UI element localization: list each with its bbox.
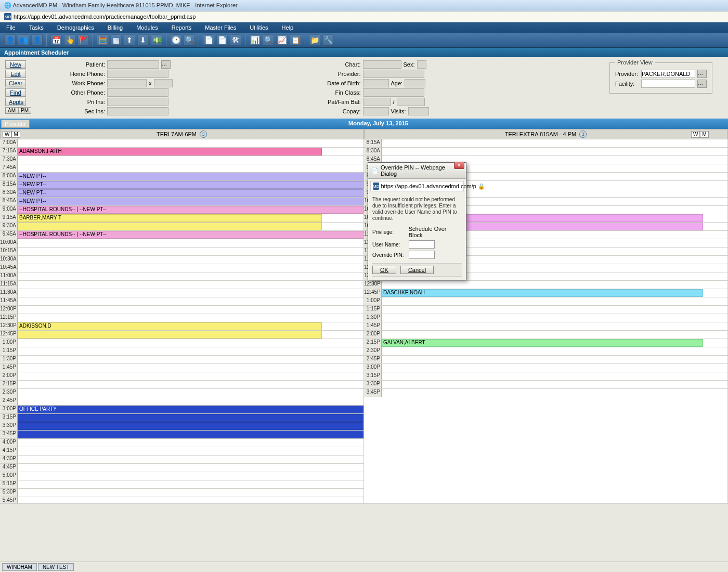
time-slot[interactable]: [18, 297, 363, 305]
menu-utilities[interactable]: Utilities: [248, 23, 270, 32]
time-row[interactable]: 1:45P: [0, 364, 363, 372]
time-row[interactable]: 1:15P: [0, 347, 363, 356]
tab-windham[interactable]: WINDHAM: [2, 563, 37, 571]
time-row[interactable]: 4:00P: [0, 439, 363, 447]
time-row[interactable]: 9:15ABARBER,MARY T: [0, 214, 363, 223]
pv-provider-lookup[interactable]: …: [697, 70, 707, 78]
time-slot[interactable]: [382, 331, 727, 339]
time-row[interactable]: 12:45P: [0, 331, 363, 339]
time-slot[interactable]: [18, 456, 363, 463]
time-slot[interactable]: [18, 422, 363, 430]
new-button[interactable]: New: [5, 60, 26, 69]
time-slot[interactable]: [18, 289, 363, 297]
time-row[interactable]: 2:00P: [364, 331, 727, 339]
other-phone-input[interactable]: [107, 88, 168, 97]
appointment[interactable]: [18, 414, 363, 422]
appointment[interactable]: BARBER,MARY T: [18, 214, 322, 222]
time-slot[interactable]: --NEW PT--: [18, 198, 363, 205]
appointment[interactable]: [18, 223, 322, 230]
time-slot[interactable]: [18, 272, 363, 280]
time-row[interactable]: 12:45PDASCHKE,NOAH: [364, 289, 727, 297]
chart-icon[interactable]: 📊: [249, 34, 261, 46]
time-row[interactable]: 12:30P: [364, 281, 727, 289]
time-row[interactable]: 12:00P: [0, 306, 363, 314]
time-row[interactable]: 1:30P: [364, 314, 727, 322]
time-slot[interactable]: ADAMSON,FAITH: [18, 148, 363, 155]
presentation-icon[interactable]: 📋: [290, 34, 301, 46]
edit-button[interactable]: Edit: [5, 70, 26, 78]
time-row[interactable]: 2:15PGALVAN,ALBERT: [364, 339, 727, 347]
appointment[interactable]: [18, 422, 363, 430]
menu-master-files[interactable]: Master Files: [203, 23, 238, 32]
time-row[interactable]: 7:00A: [0, 139, 363, 148]
flag-icon[interactable]: 🚩: [77, 34, 89, 46]
dialog-close-icon[interactable]: ✕: [454, 162, 464, 169]
patient-lookup[interactable]: …: [161, 60, 171, 69]
money-icon[interactable]: 💵: [151, 34, 162, 46]
time-row[interactable]: 5:00P: [0, 472, 363, 480]
time-row[interactable]: 8:30A: [364, 148, 727, 156]
grid-body[interactable]: 7:00A7:15AADAMSON,FAITH7:30A7:45A8:00A--…: [0, 139, 363, 503]
pointer-icon[interactable]: 👆: [64, 34, 75, 46]
pv-provider-input[interactable]: [641, 70, 695, 78]
pm-toggle[interactable]: PM: [18, 107, 31, 114]
bal-input[interactable]: [363, 98, 391, 106]
wrench-icon[interactable]: 🔧: [322, 34, 334, 46]
cancel-button[interactable]: Cancel: [400, 266, 434, 274]
calculator-icon[interactable]: 🧮: [97, 34, 108, 46]
time-slot[interactable]: [18, 314, 363, 322]
copay-input[interactable]: [363, 107, 389, 115]
time-row[interactable]: 11:15A: [0, 281, 363, 289]
time-row[interactable]: 5:30P: [0, 489, 363, 497]
visits-input[interactable]: [408, 107, 429, 115]
time-slot[interactable]: [18, 164, 363, 172]
time-row[interactable]: 8:45A--NEW PT--: [0, 198, 363, 206]
time-row[interactable]: 8:15A--NEW PT--: [0, 181, 363, 189]
menu-modules[interactable]: Modules: [134, 23, 160, 32]
w-toggle[interactable]: W: [691, 131, 700, 138]
time-row[interactable]: 10:45A: [0, 264, 363, 272]
time-row[interactable]: 1:00P: [0, 339, 363, 347]
appointment[interactable]: --NEW PT--: [18, 173, 363, 180]
time-row[interactable]: 12:15P: [0, 314, 363, 322]
time-row[interactable]: 9:30A: [0, 223, 363, 231]
address-bar[interactable]: MD https://app.dev01.advancedmd.com/prac…: [0, 11, 728, 22]
time-row[interactable]: 3:15P: [0, 414, 363, 422]
time-slot[interactable]: [382, 148, 727, 155]
sex-input[interactable]: [417, 60, 426, 69]
time-slot[interactable]: [18, 156, 363, 164]
time-row[interactable]: 4:45P: [0, 464, 363, 472]
time-slot[interactable]: [382, 364, 727, 372]
time-slot[interactable]: [382, 372, 727, 380]
time-row[interactable]: 2:45P: [0, 397, 363, 406]
appointment[interactable]: DASCHKE,NOAH: [382, 289, 703, 297]
document-icon[interactable]: 📄: [203, 34, 214, 46]
time-slot[interactable]: [382, 306, 727, 314]
time-row[interactable]: 4:30P: [0, 456, 363, 464]
time-row[interactable]: 4:15P: [0, 447, 363, 456]
appointment[interactable]: --NEW PT--: [18, 189, 363, 197]
time-slot[interactable]: [18, 389, 363, 397]
time-row[interactable]: 12:30PADKISSON,D: [0, 322, 363, 331]
time-row[interactable]: 11:00A: [0, 272, 363, 281]
provider-tab[interactable]: Provider: [1, 120, 30, 128]
time-slot[interactable]: [18, 431, 363, 438]
chart-input[interactable]: [363, 60, 401, 69]
time-row[interactable]: 3:45P: [0, 431, 363, 439]
clock-icon[interactable]: 🕐: [170, 34, 181, 46]
time-row[interactable]: 3:00POFFICE PARTY: [0, 406, 363, 414]
time-slot[interactable]: [18, 347, 363, 355]
time-row[interactable]: 7:15AADAMSON,FAITH: [0, 148, 363, 156]
appointment[interactable]: OFFICE PARTY: [18, 406, 363, 413]
time-slot[interactable]: [18, 331, 363, 339]
analyze-icon[interactable]: 🔍: [263, 34, 274, 46]
time-slot[interactable]: [382, 389, 727, 397]
home-phone-input[interactable]: [107, 70, 168, 78]
appointment[interactable]: GALVAN,ALBERT: [382, 339, 703, 347]
time-row[interactable]: 1:15P: [364, 306, 727, 314]
menu-billing[interactable]: Billing: [106, 23, 125, 32]
time-slot[interactable]: [18, 372, 363, 380]
time-row[interactable]: 2:30P: [364, 347, 727, 356]
time-row[interactable]: 1:00P: [364, 297, 727, 306]
time-slot[interactable]: --HOSPITAL ROUNDS-- | --NEW PT--: [18, 231, 363, 239]
